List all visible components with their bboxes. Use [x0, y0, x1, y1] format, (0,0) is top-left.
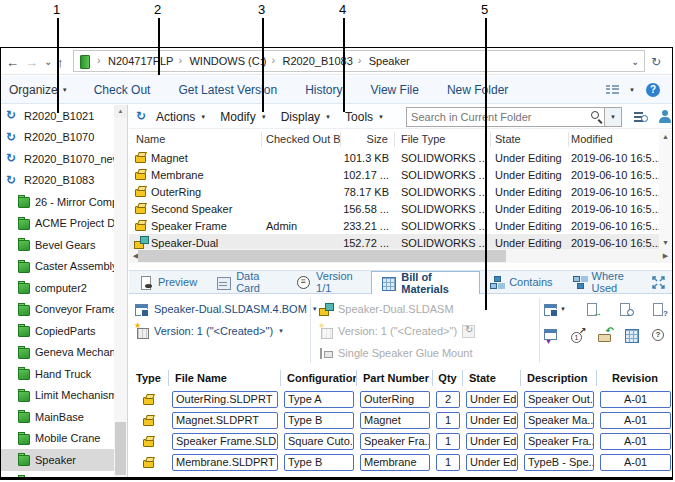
help-icon[interactable]: [652, 329, 666, 342]
pdm-explorer-window: N204717PLP WINDOWS (C:) R2020_B1083 Spea…: [0, 47, 673, 480]
go-to-version-icon[interactable]: [571, 329, 585, 342]
scroll-up-icon[interactable]: ▲: [659, 130, 672, 143]
file-view-pane: Actions Modify Display Tools Name Checke…: [129, 105, 672, 477]
file-name: Second Speaker: [151, 203, 232, 215]
tab-bill-of-materials[interactable]: Bill of Materials: [371, 271, 480, 294]
table-view-icon[interactable]: [625, 329, 639, 342]
file-list-vertical-scrollbar[interactable]: ▲ ▼: [659, 130, 672, 249]
sidebar-item-folder[interactable]: Caster Assembly: [1, 256, 115, 278]
part-icon: [134, 168, 148, 181]
bom-view-dropdown[interactable]: [544, 303, 567, 316]
sidebar-item-vault[interactable]: R2020_B1070: [1, 127, 115, 149]
file-row[interactable]: Magnet 101.3 KB SOLIDWORKS ... Under Edi…: [129, 149, 661, 166]
part-icon: [134, 151, 148, 164]
sidebar-item-folder[interactable]: ACME Project Doc: [1, 213, 115, 235]
sidebar-item-folder[interactable]: Mobile Crane: [1, 428, 115, 450]
bom-selector[interactable]: Speaker-Dual.SLDASM.4.BOM: [135, 301, 320, 317]
column-header-checked-out-by[interactable]: Checked Out By: [262, 132, 341, 147]
file-modified: 2019-06-10 16:5...: [569, 237, 661, 249]
sidebar-item-folder[interactable]: CopiedParts: [1, 320, 115, 342]
file-row[interactable]: Second Speaker 156.58 ... SOLIDWORKS ...…: [129, 200, 661, 217]
user-icon[interactable]: [658, 110, 672, 123]
check-out-icon[interactable]: [598, 329, 612, 342]
organize-button[interactable]: Organize: [1, 83, 80, 97]
sidebar-item-folder[interactable]: 26 - Mirror Compo: [1, 191, 115, 213]
menu-tools[interactable]: Tools: [345, 110, 386, 124]
sidebar-item-vault[interactable]: R2020_B1070_new_: [1, 148, 115, 170]
column-header-name[interactable]: Name: [129, 132, 262, 147]
column-header-state[interactable]: State: [491, 132, 569, 147]
bom-version-selector[interactable]: Version: 1 ("<Created>"): [135, 323, 320, 339]
sidebar-item-folder[interactable]: Tool Vise: [1, 471, 115, 478]
scroll-up-icon[interactable]: ▲: [114, 105, 127, 118]
tab-contains[interactable]: Contains: [480, 271, 562, 293]
tab-where-used[interactable]: Where Used: [563, 271, 652, 293]
menu-display[interactable]: Display: [281, 110, 333, 124]
callout-5: 5: [481, 2, 488, 18]
file-state: Under Editing: [491, 220, 569, 232]
bom-row: Membrane.SLDPRT Type B Membrane 1 Under …: [129, 452, 672, 473]
view-file-button[interactable]: View File: [356, 83, 432, 97]
sidebar-item-folder[interactable]: computer2: [1, 277, 115, 299]
sidebar-item-folder[interactable]: MainBase: [1, 406, 115, 428]
expand-panel-button[interactable]: [652, 271, 672, 293]
view-toggle-icon[interactable]: [606, 83, 620, 96]
sidebar-item-folder[interactable]: Bevel Gears: [1, 234, 115, 256]
sidebar-item-vault[interactable]: R2020_B1083: [1, 170, 115, 192]
breadcrumb-segment[interactable]: Speaker: [369, 55, 410, 67]
history-button[interactable]: History: [291, 83, 356, 97]
search-icon[interactable]: [590, 110, 604, 123]
breadcrumb-segment[interactable]: N204717PLP: [108, 55, 173, 67]
compare-bom-icon[interactable]: [619, 303, 633, 316]
scroll-down-icon[interactable]: ▼: [659, 236, 672, 249]
menu-actions[interactable]: Actions: [156, 110, 208, 124]
sidebar-item-folder[interactable]: Conveyor Frame: [1, 299, 115, 321]
bom-cell-qty: 2: [436, 391, 460, 408]
bom-configuration: Single Speaker Glue Mount: [319, 345, 475, 361]
quick-search-icon[interactable]: [634, 110, 648, 123]
scrollbar-thumb[interactable]: [138, 250, 506, 262]
callout-line: [343, 18, 345, 112]
file-row[interactable]: Speaker Frame Admin 233.21 ... SOLIDWORK…: [129, 217, 661, 234]
file-list-horizontal-scrollbar[interactable]: ◀ ▶: [129, 249, 672, 263]
file-modified: 2019-06-10 16:5...: [569, 169, 661, 181]
search-input[interactable]: [407, 111, 590, 123]
search-dropdown-button[interactable]: [604, 108, 621, 126]
column-header-modified[interactable]: Modified: [569, 132, 661, 147]
tab-data-card[interactable]: Data Card: [207, 271, 287, 293]
bom-row: OuterRing.SLDPRT Type A OuterRing 2 Unde…: [129, 389, 672, 410]
refresh-button[interactable]: [645, 54, 672, 68]
address-dropdown-icon[interactable]: [631, 55, 640, 68]
bom-row: Magnet.SLDPRT Type B Magnet 1 Under Ed..…: [129, 410, 672, 431]
bom-info-icon[interactable]: [652, 303, 666, 316]
back-icon[interactable]: [6, 55, 20, 68]
new-folder-button[interactable]: New Folder: [433, 83, 522, 97]
tab-preview[interactable]: Preview: [129, 271, 207, 293]
scrollbar-thumb[interactable]: [115, 422, 126, 475]
callout-1: 1: [53, 2, 60, 18]
scroll-right-icon[interactable]: ▶: [659, 249, 672, 263]
breadcrumb-segment[interactable]: WINDOWS (C:): [189, 55, 266, 67]
help-icon[interactable]: [646, 83, 660, 97]
column-header-size[interactable]: Size: [341, 132, 395, 147]
get-latest-version-button[interactable]: Get Latest Version: [164, 83, 291, 97]
sidebar-item-folder[interactable]: Limit Mechanism: [1, 385, 115, 407]
tab-version[interactable]: Version 1/1: [287, 271, 371, 293]
sidebar-item-folder-selected[interactable]: Speaker: [1, 449, 115, 471]
filter-bom-icon[interactable]: [544, 329, 558, 342]
sidebar-scrollbar[interactable]: ▲: [114, 105, 127, 477]
file-row[interactable]: Membrane 102.17 ... SOLIDWORKS ... Under…: [129, 166, 661, 183]
forward-icon[interactable]: [25, 55, 39, 68]
part-icon: [134, 219, 148, 232]
chevron-down-icon[interactable]: [629, 86, 637, 94]
file-row[interactable]: OuterRing 78.17 KB SOLIDWORKS ... Under …: [129, 183, 661, 200]
check-out-button[interactable]: Check Out: [80, 83, 165, 97]
export-bom-icon[interactable]: [586, 303, 600, 316]
sidebar-item-folder[interactable]: Geneva Mechanis: [1, 342, 115, 364]
recent-locations-icon[interactable]: [44, 55, 52, 68]
up-icon[interactable]: [57, 55, 67, 68]
sidebar-item-folder[interactable]: Hand Truck: [1, 363, 115, 385]
file-checked-out-by: Admin: [262, 220, 341, 232]
part-icon: [142, 414, 156, 427]
column-header-file-type[interactable]: File Type: [395, 132, 491, 147]
